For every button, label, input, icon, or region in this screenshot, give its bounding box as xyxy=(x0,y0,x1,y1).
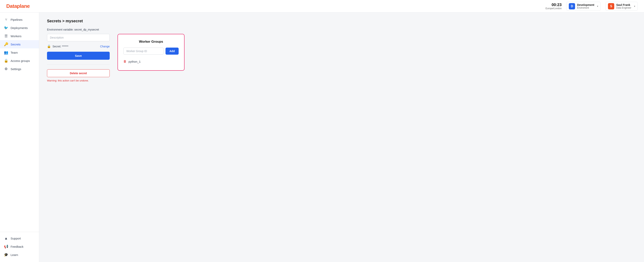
change-button[interactable]: Change xyxy=(100,45,110,48)
warning-text: Warning: this action can't be undone. xyxy=(47,79,110,82)
main-content: Secrets > mysecret Environment variable:… xyxy=(39,12,644,262)
env-chevron-icon: ▾ xyxy=(597,5,598,8)
sidebar-item-support-label: Support xyxy=(10,237,21,240)
sidebar-item-secrets-label: Secrets xyxy=(10,43,20,46)
sidebar-item-support[interactable]: ▲ Support xyxy=(0,234,39,242)
layout: ⑂ Pipelines 🐦 Deployments ☰ Workers 🔑 Se… xyxy=(0,12,644,262)
support-icon: ▲ xyxy=(4,236,8,240)
user-avatar: S xyxy=(608,3,614,10)
pipelines-icon: ⑂ xyxy=(4,18,8,22)
user-role: Data Engineer xyxy=(616,6,631,9)
secret-left: 🔒 Secret: ****** xyxy=(47,44,68,48)
sidebar: ⑂ Pipelines 🐦 Deployments ☰ Workers 🔑 Se… xyxy=(0,12,39,262)
add-worker-group-button[interactable]: Add xyxy=(166,48,179,55)
clock-timezone: Europe/London xyxy=(546,7,562,10)
sidebar-item-settings-label: Settings xyxy=(10,67,21,71)
sidebar-item-feedback[interactable]: 📢 Feedback xyxy=(0,242,39,251)
sidebar-item-access-groups-label: Access groups xyxy=(10,59,30,62)
worker-group-item: 🗑 python_1 xyxy=(124,58,179,65)
sidebar-main-nav: ⑂ Pipelines 🐦 Deployments ☰ Workers 🔑 Se… xyxy=(0,16,39,73)
worker-group-add-row: Add xyxy=(124,48,179,55)
breadcrumb: Secrets > mysecret xyxy=(47,19,636,23)
sidebar-item-pipelines[interactable]: ⑂ Pipelines xyxy=(0,16,39,24)
sidebar-item-pipelines-label: Pipelines xyxy=(10,18,22,21)
content-row: 🔒 Secret: ****** Change Save Delete secr… xyxy=(47,34,636,82)
sidebar-item-workers-label: Workers xyxy=(10,34,22,38)
sidebar-bottom-nav: ▲ Support 📢 Feedback 🎓 Learn xyxy=(0,232,39,259)
env-selector[interactable]: D Development Enviroment ▾ xyxy=(566,2,601,11)
left-panel: 🔒 Secret: ****** Change Save Delete secr… xyxy=(47,34,110,82)
worker-groups-title: Worker Groups xyxy=(124,40,179,44)
team-icon: 👥 xyxy=(4,50,8,55)
clock: 00:23 Europe/London xyxy=(546,2,562,10)
delete-worker-group-icon[interactable]: 🗑 xyxy=(124,60,126,63)
lock-icon: 🔒 xyxy=(47,44,51,48)
sidebar-item-deployments[interactable]: 🐦 Deployments xyxy=(0,24,39,32)
save-button[interactable]: Save xyxy=(47,52,110,60)
sidebar-item-team-label: Team xyxy=(10,51,18,54)
env-sub: Enviroment xyxy=(577,6,594,9)
user-chevron-icon: ▾ xyxy=(634,5,635,8)
worker-groups-list: 🗑 python_1 xyxy=(124,58,179,65)
sidebar-item-learn-label: Learn xyxy=(10,253,18,256)
deployments-icon: 🐦 xyxy=(4,26,8,30)
header-right: 00:23 Europe/London D Development Enviro… xyxy=(546,2,638,11)
env-name: Development xyxy=(577,3,594,6)
worker-group-name: python_1 xyxy=(128,60,141,63)
workers-icon: ☰ xyxy=(4,34,8,38)
delete-secret-button[interactable]: Delete secret xyxy=(47,69,110,77)
env-avatar: D xyxy=(569,3,575,10)
user-name: Saul Frank xyxy=(616,3,631,6)
sidebar-item-deployments-label: Deployments xyxy=(10,26,28,30)
access-groups-icon: 🔒 xyxy=(4,58,8,63)
secret-row: 🔒 Secret: ****** Change xyxy=(47,44,110,48)
sidebar-item-access-groups[interactable]: 🔒 Access groups xyxy=(0,56,39,65)
env-info: Development Enviroment xyxy=(577,3,594,9)
feedback-icon: 📢 xyxy=(4,244,8,249)
secrets-icon: 🔑 xyxy=(4,42,8,46)
clock-time: 00:23 xyxy=(546,2,562,7)
description-input[interactable] xyxy=(47,34,110,41)
user-selector[interactable]: S Saul Frank Data Engineer ▾ xyxy=(606,2,638,11)
settings-icon: ⚙ xyxy=(4,67,8,71)
env-var-label: Environment variable: secret_dp_mysecret xyxy=(47,28,636,31)
sidebar-item-team[interactable]: 👥 Team xyxy=(0,48,39,56)
logo: Dataplane xyxy=(6,3,30,9)
sidebar-item-workers[interactable]: ☰ Workers xyxy=(0,32,39,40)
header: Dataplane 00:23 Europe/London D Developm… xyxy=(0,0,644,12)
sidebar-item-settings[interactable]: ⚙ Settings xyxy=(0,65,39,73)
sidebar-item-learn[interactable]: 🎓 Learn xyxy=(0,251,39,259)
sidebar-item-feedback-label: Feedback xyxy=(10,245,24,248)
worker-group-id-input[interactable] xyxy=(124,48,164,55)
secret-label: Secret: ****** xyxy=(52,45,68,48)
sidebar-item-secrets[interactable]: 🔑 Secrets xyxy=(0,40,39,48)
user-info: Saul Frank Data Engineer xyxy=(616,3,631,9)
worker-groups-panel: Worker Groups Add 🗑 python_1 xyxy=(118,34,184,71)
learn-icon: 🎓 xyxy=(4,252,8,257)
